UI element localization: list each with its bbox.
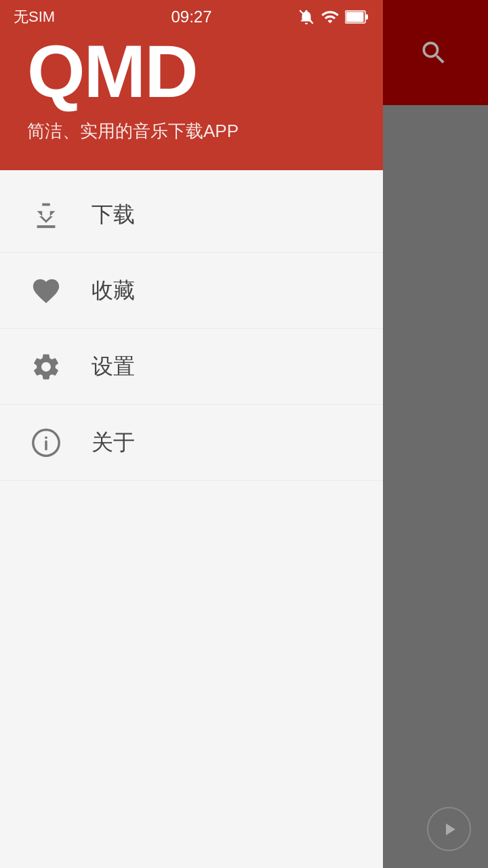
- drawer: 无SIM 09:27 QMD 简洁、实用的音乐下载APP: [0, 0, 383, 868]
- no-sim-label: 无SIM: [14, 7, 55, 27]
- alarm-off-icon: [298, 8, 315, 26]
- status-time: 09:27: [171, 7, 211, 26]
- menu-item-settings[interactable]: 设置: [0, 329, 383, 405]
- menu-list: 下载 收藏 设置: [0, 170, 383, 868]
- menu-favorites-label: 收藏: [92, 276, 135, 306]
- info-icon-container: [27, 424, 64, 461]
- download-icon-container: [27, 196, 64, 233]
- gear-icon-container: [27, 348, 64, 385]
- menu-settings-label: 设置: [92, 352, 135, 382]
- menu-about-label: 关于: [92, 428, 135, 458]
- svg-rect-3: [365, 14, 368, 20]
- app-subtitle: 简洁、实用的音乐下载APP: [27, 119, 383, 143]
- play-button-container[interactable]: [427, 807, 471, 851]
- right-panel-header: [380, 0, 488, 105]
- search-icon[interactable]: [419, 38, 449, 68]
- status-bar: 无SIM 09:27: [0, 0, 383, 34]
- play-icon: [439, 819, 460, 840]
- menu-download-label: 下载: [92, 200, 135, 230]
- heart-icon-container: [27, 272, 64, 309]
- info-icon: [30, 427, 62, 458]
- menu-item-download[interactable]: 下载: [0, 177, 383, 253]
- heart-icon: [30, 275, 62, 307]
- menu-item-about[interactable]: 关于: [0, 405, 383, 481]
- right-panel: [380, 0, 488, 868]
- battery-icon: [345, 9, 369, 24]
- status-icons: [298, 7, 369, 26]
- svg-rect-2: [346, 12, 364, 22]
- wifi-icon: [321, 7, 340, 26]
- download-icon: [30, 199, 62, 231]
- menu-item-favorites[interactable]: 收藏: [0, 253, 383, 329]
- app-name: QMD: [27, 34, 383, 108]
- play-button[interactable]: [427, 807, 471, 851]
- gear-icon: [30, 351, 62, 382]
